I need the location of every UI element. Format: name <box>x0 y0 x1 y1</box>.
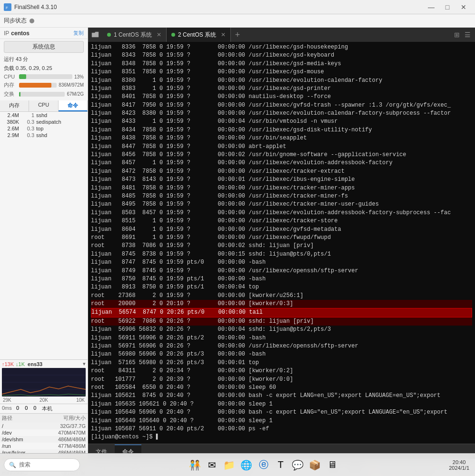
load-value: 负载 0.35, 0.29, 0.25 <box>4 65 52 72</box>
tab-close-2[interactable]: ✕ <box>221 31 226 38</box>
terminal-line: root 27368 2 0 19:59 ? 00:00:00 [kworker… <box>91 292 472 300</box>
ping-section: 0ms 0 0 0 本机 <box>0 404 88 413</box>
sys-info-button[interactable]: 系统信息 <box>4 41 84 53</box>
ip-label: IP <box>4 30 9 37</box>
terminal-line: lijuan 8423 8380 0 19:59 ? 00:00:00 /usr… <box>91 109 472 118</box>
tab-1[interactable]: 1 CentOS 系统 ✕ <box>102 28 167 42</box>
terminal-line: root 105584 6550 0 20:40 ? 00:00:00 slee… <box>91 384 472 392</box>
terminal-line: lijuan 56911 56906 0 20:26 pts/2 00:00:0… <box>91 334 472 342</box>
process-tabs: 内存 CPU 命令 <box>0 100 88 112</box>
copy-ip-button[interactable]: 复制 <box>73 30 84 37</box>
terminal-line: lijuan 8745 8738 0 19:59 ? 00:00:15 sshd… <box>91 250 472 258</box>
tab-label-2: 2 CentOS 系统 <box>178 31 216 39</box>
terminal-line: lijuan 8447 7858 0 19:59 ? 00:00:00 abrt… <box>91 143 472 151</box>
grid-layout-icon[interactable]: ⊞ <box>452 30 462 40</box>
terminal-line: lijuan 8383 1 0 19:59 ? 00:00:00 /usr/li… <box>91 85 472 93</box>
terminal-line: root 8738 7086 0 19:59 ? 00:00:02 sshd: … <box>91 242 472 250</box>
proc-row[interactable]: 2.9M 0.3 sshd <box>0 132 88 139</box>
terminal-line: lijuan 8438 7858 0 19:59 ? 00:00:00 /usr… <box>91 134 472 142</box>
mem-label: 内存 <box>4 81 17 89</box>
clock-time: 20:40 <box>449 459 469 465</box>
terminal-line: [lijuan@centos ~]$ ▌ <box>91 433 472 441</box>
proc-name: sshd <box>36 132 86 138</box>
cpu-label: CPU <box>4 74 17 79</box>
terminal-line: lijuan 8472 7858 0 19:59 ? 00:00:00 /usr… <box>91 168 472 176</box>
tab-cmd[interactable]: 命令 <box>59 100 88 111</box>
terminal-line: lijuan 8433 1 0 19:59 ? 00:00:04 /usr/bi… <box>91 118 472 126</box>
net-dropdown-icon[interactable]: ▾ <box>83 361 86 367</box>
proc-mem: 2.4M <box>2 112 19 118</box>
search-magnify-icon: 🔍 <box>9 462 16 468</box>
terminal-line: lijuan 8485 7858 0 19:59 ? 00:00:00 /usr… <box>91 192 472 200</box>
app-icon: F <box>4 3 11 11</box>
uptime-row: 运行 43 分 <box>0 55 88 64</box>
swap-progress: 交换 67M/2G <box>0 89 88 99</box>
ping-label: 0ms <box>2 405 16 412</box>
proc-cpu: 0.3 <box>21 132 34 138</box>
disk-row: /dev/shm 486M/486M <box>0 436 88 443</box>
ping-host: 本机 <box>42 405 52 412</box>
disk-row: / 32G/37.7G <box>0 423 88 429</box>
add-tab-button[interactable]: + <box>231 28 244 42</box>
tab-grid-controls: ⊞ ☰ <box>452 30 475 40</box>
ping-row: 0ms 0 0 0 本机 <box>2 405 86 412</box>
people-icon[interactable]: 🧑‍🤝‍🧑 <box>187 456 204 474</box>
terminal-line: lijuan 105640 105640 0 20:40 ? 00:00:00 … <box>91 417 472 425</box>
vm-icon[interactable]: 🖥 <box>324 456 341 474</box>
disk-path-header: 路径 <box>2 415 48 422</box>
proc-name: sshd <box>36 112 86 118</box>
taskbar-search[interactable]: 🔍 搜索 <box>4 458 80 471</box>
minimize-button[interactable]: — <box>424 2 439 12</box>
swap-bar-inner <box>19 92 20 97</box>
app-icon-2[interactable]: 📦 <box>307 456 324 474</box>
net-interface: ens33 <box>28 361 83 367</box>
disk-row: /run 477M/486M <box>0 443 88 449</box>
mem-detail: 836M/972M <box>59 82 84 88</box>
proc-row[interactable]: 2.6M 0.3 top <box>0 125 88 132</box>
clock-date: 2024/1/1 <box>449 465 469 471</box>
sync-bar: 同步状态 <box>0 14 475 28</box>
maximize-button[interactable]: □ <box>440 2 455 12</box>
type-icon[interactable]: T <box>272 456 289 474</box>
terminal-line: lijuan 8750 8745 0 19:59 pts/1 00:00:00 … <box>91 275 472 283</box>
tab-mem[interactable]: 内存 <box>0 100 29 111</box>
mem-progress: 内存 836M/972M <box>0 80 88 89</box>
sidebar: IP centos 复制 系统信息 运行 43 分 负载 0.35, 0.29,… <box>0 28 88 476</box>
mem-bar-inner <box>19 83 51 88</box>
edge-icon[interactable]: ⓔ <box>255 456 272 474</box>
tab-label-1: 1 CentOS 系统 <box>114 31 152 39</box>
proc-row[interactable]: 380K 0.3 sedispatch <box>0 119 88 125</box>
terminal-line: lijuan 56971 56906 0 20:26 ? 00:00:00 /u… <box>91 342 472 350</box>
terminal-line: root 84311 2 0 20:34 ? 00:00:00 [kworker… <box>91 367 472 375</box>
folder-icon[interactable] <box>88 28 102 42</box>
terminal-line: lijuan 105635 105621 0 20:40 ? 00:00:00 … <box>91 400 472 408</box>
terminal-line: lijuan 8336 7858 0 19:59 ? 00:00:00 /usr… <box>91 43 472 51</box>
taskbar-clock: 20:40 2024/1/1 <box>445 459 473 471</box>
proc-row[interactable]: 2.4M 1 sshd <box>0 112 88 119</box>
browser-icon[interactable]: 🌐 <box>238 456 255 474</box>
mail-icon[interactable]: ✉ <box>204 456 221 474</box>
terminal-line: lijuan 8604 1 0 19:59 ? 00:00:00 /usr/li… <box>91 226 472 234</box>
terminal-line: lijuan 8473 8143 0 19:59 ? 00:00:01 /usr… <box>91 176 472 184</box>
tab-2[interactable]: 2 CentOS 系统 ✕ <box>167 28 231 42</box>
terminal-line: lijuan 8515 1 0 19:59 ? 00:00:00 /usr/li… <box>91 217 472 225</box>
terminal-line: lijuan 8417 7950 0 19:59 ? 00:00:00 /usr… <box>91 101 472 109</box>
terminal[interactable]: lijuan 8307 7858 0 19:59 ? 00:00:00 /usr… <box>88 42 475 444</box>
terminal-line: root 20000 2 0 20:10 ? 00:00:00 [kworker… <box>91 300 472 308</box>
tab-cpu[interactable]: CPU <box>29 100 58 111</box>
mem-bar-outer <box>19 83 57 88</box>
chat-icon[interactable]: 💬 <box>289 456 307 474</box>
tab-dot-2 <box>171 33 175 37</box>
taskbar: 🔍 搜索 🧑‍🤝‍🧑 ✉ 📁 🌐 ⓔ T 💬 📦 🖥 20:40 2024/1/… <box>0 453 475 476</box>
cpu-percent: 13% <box>74 74 84 79</box>
list-layout-icon[interactable]: ☰ <box>463 30 472 40</box>
tab-close-1[interactable]: ✕ <box>157 31 161 38</box>
swap-detail: 67M/2G <box>67 91 84 97</box>
terminal-line: lijuan 8747 8745 0 19:59 pts/0 00:00:00 … <box>91 258 472 267</box>
terminal-line: lijuan 56906 56832 0 20:26 ? 00:00:04 ss… <box>91 326 472 334</box>
file-explorer-icon[interactable]: 📁 <box>221 456 238 474</box>
proc-mem: 2.9M <box>2 132 19 138</box>
close-button[interactable]: ✕ <box>456 2 471 12</box>
main-layout: IP centos 复制 系统信息 运行 43 分 负载 0.35, 0.29,… <box>0 28 475 476</box>
network-graph <box>2 368 86 397</box>
